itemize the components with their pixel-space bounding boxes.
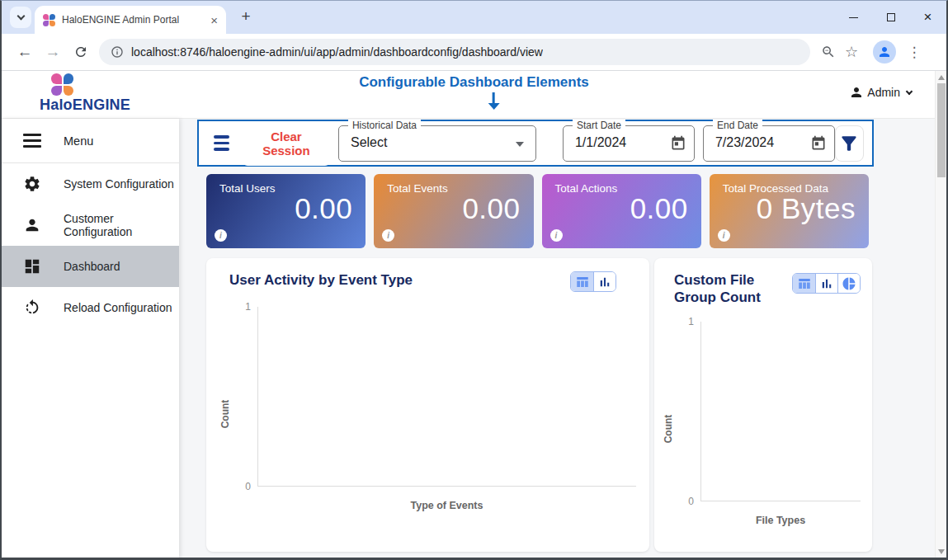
chevron-down-icon <box>17 12 25 21</box>
user-menu[interactable]: Admin <box>849 85 912 100</box>
window-maximize-button[interactable] <box>872 1 909 34</box>
page-scrollbar[interactable] <box>935 71 946 558</box>
table-view-icon[interactable] <box>571 272 593 291</box>
dashboard-filter-toolbar: Clear Session Historical Data Select Sta… <box>197 120 874 167</box>
table-view-icon[interactable] <box>793 274 815 293</box>
app-logo[interactable]: HaloENGINE <box>40 73 130 114</box>
sidebar-item-label: Menu <box>64 134 93 148</box>
tab-search-button[interactable] <box>10 7 31 28</box>
calendar-icon[interactable] <box>670 135 686 155</box>
stat-card-total-actions: Total Actions 0.00 i <box>542 174 701 248</box>
sidebar-item-menu[interactable]: Menu <box>2 119 179 162</box>
chart-plot: 1 0 Count File Types <box>654 310 872 551</box>
address-bar[interactable]: localhost:8746/haloengine-admin/ui/app/a… <box>99 39 810 65</box>
sidebar-item-customer-configuration[interactable]: Customer Configuration <box>2 205 179 246</box>
zoom-indicator-icon[interactable] <box>817 40 840 64</box>
start-date-value: 1/1/2024 <box>575 135 626 150</box>
browser-menu-icon[interactable]: ⋮ <box>903 40 926 64</box>
annotation-callout: Configurable Dashboard Elements <box>359 74 589 110</box>
chart-plot: 1 0 Count Type of Events <box>206 295 649 536</box>
bar-chart-view-icon[interactable] <box>593 272 615 291</box>
scroll-down-icon[interactable] <box>938 549 945 554</box>
new-tab-button[interactable]: + <box>236 7 256 26</box>
chart-view-toggle-group <box>570 271 616 292</box>
scrollbar-thumb[interactable] <box>937 83 946 177</box>
browser-toolbar: ← → localhost:8746/haloengine-admin/ui/a… <box>2 34 946 71</box>
sidebar-item-label: Reload Configuration <box>64 301 172 314</box>
x-axis-label: File Types <box>700 515 861 526</box>
back-button[interactable]: ← <box>13 40 36 64</box>
scroll-up-icon[interactable] <box>938 75 945 80</box>
page-reload-button[interactable] <box>69 40 92 64</box>
y-axis-tick: 0 <box>236 481 251 492</box>
person-icon <box>23 216 41 234</box>
logo-text: HaloENGINE <box>40 96 130 114</box>
start-date-label: Start Date <box>573 120 625 131</box>
site-info-icon[interactable] <box>111 45 124 59</box>
chart-view-toggle-group <box>792 273 861 294</box>
bar-chart-view-icon[interactable] <box>815 274 837 293</box>
tab-title: HaloENGINE Admin Portal <box>62 14 204 26</box>
sidebar-item-label: System Configuration <box>64 177 174 191</box>
gear-icon <box>23 175 41 193</box>
filter-funnel-icon <box>838 133 860 154</box>
info-icon[interactable]: i <box>382 229 394 242</box>
bookmark-star-icon[interactable]: ☆ <box>840 40 863 64</box>
stat-cards-row: Total Users 0.00 i Total Events 0.00 i T… <box>206 174 869 248</box>
app-root: HaloENGINE Configurable Dashboard Elemen… <box>2 71 946 558</box>
annotation-text: Configurable Dashboard Elements <box>359 74 589 91</box>
sidebar-item-system-configuration[interactable]: System Configuration <box>2 163 179 205</box>
sidebar-item-label: Customer Configuration <box>64 212 179 238</box>
historical-data-label: Historical Data <box>348 120 421 131</box>
chevron-down-icon <box>906 87 913 94</box>
forward-button[interactable]: → <box>41 40 64 64</box>
haloengine-favicon <box>43 14 55 26</box>
info-icon[interactable]: i <box>550 229 563 242</box>
charts-row: User Activity by Event Type <box>206 258 872 552</box>
chart-card-user-activity: User Activity by Event Type <box>206 258 649 552</box>
y-axis-label: Count <box>663 414 674 443</box>
dashboard-menu-toggle-button[interactable] <box>207 127 236 160</box>
end-date-label: End Date <box>713 120 762 131</box>
chart-title: User Activity by Event Type <box>229 271 413 289</box>
start-date-input[interactable]: Start Date 1/1/2024 <box>563 125 695 162</box>
stat-card-total-events: Total Events 0.00 i <box>374 174 533 248</box>
sidebar-item-dashboard[interactable]: Dashboard <box>2 246 179 287</box>
stat-card-total-users: Total Users 0.00 i <box>206 174 366 248</box>
chart-plot-area <box>700 322 861 501</box>
apply-filter-button[interactable] <box>835 125 864 162</box>
sidebar-item-reload-configuration[interactable]: Reload Configuration <box>2 287 179 328</box>
window-close-button[interactable]: × <box>909 1 946 34</box>
browser-tab[interactable]: HaloENGINE Admin Portal × <box>35 6 226 34</box>
stat-card-total-processed-data: Total Processed Data 0 Bytes i <box>710 174 869 248</box>
end-date-value: 7/23/2024 <box>715 135 774 150</box>
minimize-icon <box>849 17 858 18</box>
y-axis-label: Count <box>219 400 231 429</box>
clear-session-button[interactable]: Clear Session <box>243 121 330 166</box>
dashboard-icon <box>23 257 41 275</box>
info-icon[interactable]: i <box>215 229 227 242</box>
y-axis-tick: 1 <box>236 301 251 313</box>
stat-card-value: 0 Bytes <box>757 192 856 225</box>
maximize-icon <box>887 13 895 21</box>
browser-window: HaloENGINE Admin Portal × + × ← → localh… <box>0 0 948 560</box>
y-axis-tick: 0 <box>679 496 694 507</box>
info-icon[interactable]: i <box>718 229 730 242</box>
app-header: HaloENGINE Configurable Dashboard Elemen… <box>2 71 946 119</box>
hamburger-icon <box>23 134 41 148</box>
user-label: Admin <box>867 86 900 99</box>
window-minimize-button[interactable] <box>835 1 872 34</box>
person-icon <box>849 85 864 100</box>
chart-card-custom-file-group: Custom File Group Count <box>654 258 872 552</box>
calendar-icon[interactable] <box>810 135 827 155</box>
stat-card-value: 0.00 <box>630 192 688 225</box>
pie-chart-view-icon[interactable] <box>837 274 860 293</box>
end-date-input[interactable]: End Date 7/23/2024 <box>703 125 835 162</box>
window-controls: × <box>835 1 946 34</box>
tab-close-icon[interactable]: × <box>210 14 218 26</box>
stat-card-value: 0.00 <box>295 192 352 225</box>
historical-data-value: Select <box>351 135 387 150</box>
x-axis-label: Type of Events <box>257 500 636 511</box>
historical-data-select[interactable]: Historical Data Select <box>338 125 536 162</box>
profile-avatar[interactable] <box>873 40 896 64</box>
